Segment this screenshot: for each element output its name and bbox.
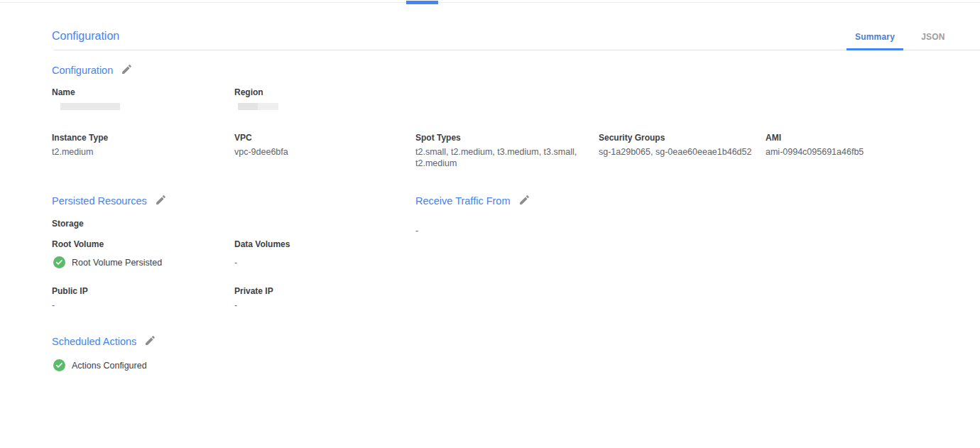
tab-summary[interactable]: Summary [846,32,903,42]
top-active-tab-indicator [406,1,438,4]
field-private-ip-label: Private IP [234,286,273,296]
persisted-resources-section-heading: Persisted Resources [52,194,167,208]
field-ami-value: ami-0994c095691a46fb5 [766,146,864,158]
public-ip-value: - [52,300,55,310]
field-security-groups-value: sg-1a29b065, sg-0eae60eeae1b46d52 [599,146,751,158]
field-public-ip-label: Public IP [52,286,88,296]
field-security-groups: Security Groups sg-1a29b065, sg-0eae60ee… [599,133,751,158]
header-divider [53,50,980,50]
tab-summary-active-underline [846,48,903,50]
data-volumes-value: - [234,258,237,268]
field-ami: AMI ami-0994c095691a46fb5 [766,133,864,158]
scheduled-actions-section-heading: Scheduled Actions [52,334,156,349]
field-public-ip: Public IP [52,286,88,296]
edit-scheduled-actions-button[interactable] [144,334,156,349]
configuration-section-heading: Configuration [52,63,133,77]
persisted-resources-section-title: Persisted Resources [52,195,147,207]
field-root-volume: Root Volume [52,239,104,249]
private-ip-value: - [234,300,237,310]
edit-persisted-resources-button[interactable] [155,194,167,208]
configuration-section-title: Configuration [52,65,113,76]
root-volume-status-text: Root Volume Persisted [72,258,162,268]
field-instance-type: Instance Type t2.medium [52,133,108,158]
field-name-redacted-value [60,103,120,110]
tab-json[interactable]: JSON [912,32,954,42]
root-volume-status: Root Volume Persisted [53,256,162,268]
field-region-label: Region [234,87,278,97]
receive-traffic-section-heading: Receive Traffic From [415,194,530,208]
field-region-redacted-value [238,103,278,110]
field-instance-type-label: Instance Type [52,133,108,143]
receive-traffic-section-title: Receive Traffic From [415,195,511,207]
field-security-groups-label: Security Groups [599,133,751,143]
field-private-ip: Private IP [234,286,273,296]
receive-traffic-value: - [415,226,418,236]
edit-receive-traffic-button[interactable] [518,194,530,208]
field-spot-types: Spot Types t2.small, t2.medium, t3.mediu… [415,133,580,169]
field-instance-type-value: t2.medium [52,146,108,158]
field-region: Region [234,87,278,110]
scheduled-actions-status: Actions Configured [53,359,147,371]
check-circle-icon [53,256,65,268]
field-ami-label: AMI [766,133,864,143]
configuration-summary-page: Configuration Summary JSON Configuration… [0,0,980,448]
field-spot-types-value: t2.small, t2.medium, t3.medium, t3.small… [415,146,580,169]
page-title: Configuration [52,30,119,43]
pencil-icon [518,194,530,208]
storage-subsection-label: Storage [52,219,84,229]
edit-configuration-button[interactable] [121,63,133,77]
field-data-volumes-label: Data Volumes [234,239,290,249]
scheduled-actions-status-text: Actions Configured [72,361,147,371]
pencil-icon [121,63,133,77]
field-vpc-value: vpc-9dee6bfa [234,146,288,158]
field-name-label: Name [52,87,120,97]
field-vpc: VPC vpc-9dee6bfa [234,133,288,158]
check-circle-icon [53,359,65,371]
field-root-volume-label: Root Volume [52,239,104,249]
pencil-icon [155,194,167,208]
scheduled-actions-section-title: Scheduled Actions [52,336,136,347]
pencil-icon [144,334,156,349]
field-vpc-label: VPC [234,133,288,143]
field-spot-types-label: Spot Types [415,133,580,143]
field-data-volumes: Data Volumes [234,239,290,249]
top-tabbar-divider [0,2,980,3]
field-name: Name [52,87,120,110]
